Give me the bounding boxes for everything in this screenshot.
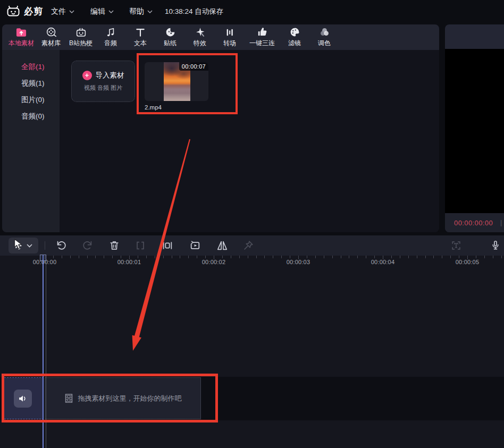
top-menu-bar: 必剪 文件 编辑 帮助 10:38:24 自动保存 [0, 0, 504, 23]
mirror-flip-button[interactable] [216, 239, 229, 252]
thumbs-up-icon [256, 27, 268, 38]
tab-audio[interactable]: 音频 [96, 24, 125, 50]
preview-panel: 00:00:00:00 | [445, 24, 504, 232]
undo-button[interactable] [55, 239, 68, 252]
menu-file[interactable]: 文件 [51, 0, 74, 23]
filter-palette-icon [289, 27, 300, 38]
color-wheel-icon [318, 27, 330, 38]
tab-bilibili-memes[interactable]: B站热梗 [66, 24, 96, 50]
ruler-label-2: 00:00:02 [198, 259, 230, 265]
tab-text[interactable]: 文本 [125, 24, 155, 50]
import-formats-hint: 视频 音频 图片 [84, 84, 122, 92]
tab-transitions[interactable]: 转场 [215, 24, 245, 50]
ruler-label-1: 00:00:01 [113, 259, 145, 265]
tv-face-icon [75, 27, 87, 38]
app-logo: 必剪 [6, 5, 43, 18]
tab-filters[interactable]: 滤镜 [280, 24, 309, 50]
annotation-box-clip [137, 53, 238, 114]
preview-timecode: 00:00:00:00 [454, 219, 493, 227]
tab-effects[interactable]: 特效 [185, 24, 215, 50]
tab-stickers[interactable]: 贴纸 [155, 24, 185, 50]
app-title: 必剪 [24, 5, 43, 18]
chevron-down-icon [147, 10, 153, 13]
text-recognition-button[interactable] [450, 239, 463, 252]
sidebar-item-audio[interactable]: 音频(0) [2, 108, 60, 124]
chevron-down-icon [69, 10, 74, 13]
tab-color-grading[interactable]: 调色 [309, 24, 339, 50]
folder-upload-icon [15, 27, 27, 38]
timeline-ruler[interactable]: 00:00:00 00:00:01 00:00:02 00:00:03 00:0… [0, 256, 504, 267]
text-icon [135, 27, 146, 38]
sidebar-item-image[interactable]: 图片(0) [2, 91, 60, 108]
tab-local-media[interactable]: 本地素材 [6, 24, 36, 50]
chevron-down-icon [108, 10, 114, 13]
preview-video-area [445, 49, 504, 213]
tab-triple-like[interactable]: 一键三连 [245, 24, 280, 50]
preview-clip-button[interactable] [189, 239, 201, 252]
select-tool-button[interactable] [9, 238, 38, 253]
ruler-label-3: 00:00:03 [282, 259, 314, 265]
menu-help[interactable]: 帮助 [129, 0, 153, 23]
microphone-button[interactable] [489, 239, 502, 252]
delete-button[interactable] [108, 239, 121, 252]
magic-star-icon [194, 27, 206, 38]
import-media-button[interactable]: + 导入素材 视频 音频 图片 [71, 61, 135, 102]
ruler-label-4: 00:00:04 [367, 259, 399, 265]
asset-tabstrip: 本地素材 素材库 B站热梗 [2, 24, 439, 50]
media-grid: + 导入素材 视频 音频 图片 00:00:07 2.mp4 [60, 50, 439, 232]
toolbar-divider [45, 241, 45, 250]
timecode-separator: | [500, 219, 502, 226]
tab-asset-library[interactable]: 素材库 [36, 24, 66, 50]
chevron-down-icon [27, 244, 32, 248]
media-filter-sidebar: 全部(1) 视频(1) 图片(0) 音频(0) [2, 50, 60, 232]
sidebar-item-all[interactable]: 全部(1) [2, 58, 60, 75]
bijian-logo-icon [6, 5, 20, 18]
playhead-handle[interactable] [40, 255, 46, 261]
music-note-icon [105, 27, 116, 38]
mouse-cursor [14, 239, 23, 250]
redo-button[interactable] [81, 239, 94, 252]
ruler-label-5: 00:00:05 [451, 259, 483, 265]
annotation-box-track [2, 374, 218, 422]
autosave-status: 10:38:24 自动保存 [165, 0, 223, 23]
timeline-toolbar [0, 235, 504, 256]
plus-icon: + [82, 71, 92, 80]
pin-button[interactable] [242, 239, 255, 252]
sticker-icon [164, 27, 176, 38]
crop-frame-button[interactable] [161, 239, 174, 252]
menu-edit[interactable]: 编辑 [90, 0, 114, 23]
preview-status-bar: 00:00:00:00 | [445, 213, 504, 232]
sidebar-item-video[interactable]: 视频(1) [2, 75, 60, 91]
transition-bars-icon [224, 27, 236, 38]
split-clip-button[interactable] [134, 239, 147, 252]
film-reel-icon [45, 27, 57, 38]
